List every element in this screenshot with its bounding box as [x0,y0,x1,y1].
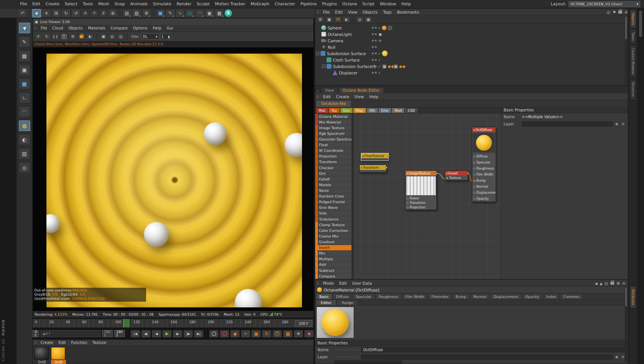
node-type-item[interactable]: Compare [315,273,351,279]
material-picker-button[interactable] [117,33,125,40]
object-row-octanelight[interactable]: OctaneLight ▣ [315,31,628,37]
snap-grid-icon[interactable] [19,162,30,173]
next-frame-button[interactable] [173,330,182,338]
material-slot[interactable]: OctD [34,347,49,364]
clay-mode-button[interactable] [100,33,107,40]
attribute-manager-scrollbar[interactable] [625,287,627,362]
layer-toggle-icon[interactable]: L0 [334,16,342,23]
range-end-field[interactable]: 280 F [102,330,113,337]
node-input-port[interactable]: Normal [472,184,496,190]
node-category-tab[interactable]: Oth [367,108,378,113]
enabled-check-icon[interactable] [378,26,381,30]
uvw-tag-icon[interactable]: ▦ [382,64,387,69]
material-thumbnail[interactable] [34,347,49,360]
node-type-item[interactable]: Float [315,142,351,148]
menu-item[interactable]: Sculpt [194,2,212,6]
workplane-icon[interactable] [19,148,30,159]
material-menu-item[interactable]: Texture [90,341,109,345]
selection-tool-icon[interactable] [19,23,30,33]
render-view-button[interactable] [122,9,131,17]
node-type-item[interactable]: Color Correction [315,228,351,233]
timeline-ruler[interactable]: 020406080100120140160180200220240260280 … [32,319,314,328]
panel-menu-icon[interactable] [622,281,626,285]
output-port[interactable] [436,172,438,174]
pick-object-icon[interactable] [607,10,610,14]
attribute-tab[interactable]: Bump [452,293,470,299]
node-editor-menu-item[interactable]: Create [333,94,352,99]
node-editor-menu-item[interactable]: View [352,94,367,99]
attribute-tab[interactable]: Common [560,293,583,299]
sculpt-pen-icon[interactable] [19,37,30,47]
enabled-check-icon[interactable] [378,71,381,75]
live-viewer-menu-item[interactable]: Materials [85,26,108,30]
render-mode-button[interactable] [86,33,94,40]
attribute-tab[interactable]: Normal [470,293,490,299]
visibility-filter-icon[interactable] [343,16,350,23]
editor-visibility-dot[interactable] [372,52,374,54]
node-type-item[interactable]: Projection [315,154,351,159]
material-menu-item[interactable]: Create [38,341,56,345]
node-category-tab[interactable]: Gen [340,108,353,113]
node-category-tab[interactable]: Ems [379,108,391,113]
render-visibility-dot[interactable] [375,72,377,74]
texture-mode-icon[interactable] [19,65,30,75]
menu-item[interactable]: Motion Tracker [212,2,248,6]
collapse-caret[interactable]: – [322,65,325,68]
menu-item[interactable]: Render [174,2,194,6]
cropped-dropdown[interactable] [334,361,402,364]
node-category-tab[interactable]: Med [392,108,404,113]
preview-range-slider[interactable]: 0 F [40,330,101,337]
object-row-displacer[interactable]: Displacer [315,69,628,76]
editor-visibility-dot[interactable] [372,72,374,74]
attribute-tab[interactable]: Roughness [375,293,402,299]
spline-corner-icon[interactable]: ∟ [19,93,30,103]
coordinate-system-button[interactable] [108,9,117,17]
side-panel-tab[interactable]: Takes [630,29,636,44]
node-type-item[interactable]: Clamp Texture [315,222,351,228]
record-scale-button[interactable]: ▣ [251,330,261,338]
end-frame-field[interactable]: 280 F [114,330,125,337]
channel-dropdown[interactable]: DL [142,34,159,39]
object-menu-item[interactable]: Edit [332,10,345,14]
node-type-item[interactable]: Ridged Fractal [315,199,351,205]
object-manager-scrollbar[interactable] [625,16,627,83]
live-viewer-menu-item[interactable]: Compare [108,26,130,30]
enabled-check-icon[interactable] [378,51,381,56]
phong-tag-icon[interactable] [388,26,392,30]
panel-menu-icon[interactable] [624,10,628,14]
editor-visibility-dot[interactable] [372,40,374,42]
layer-clear-button[interactable]: × [621,122,626,126]
menu-item[interactable]: Create [43,2,62,6]
side-panel-tab[interactable]: Attributes [630,286,636,308]
transform-node[interactable]: Transform [359,165,387,173]
menu-item[interactable]: Help [399,2,413,6]
menu-item[interactable]: Mesh [96,2,112,6]
render-visibility-dot[interactable] [375,40,377,42]
start-frame-field[interactable]: 0 F [32,330,39,337]
menu-item[interactable]: Script [360,2,377,6]
invert-node[interactable]: Invert Texture [445,170,468,180]
attribute-tab[interactable]: Displacement [490,293,521,299]
node-type-item[interactable]: Image Texture [315,125,351,131]
editor-tab[interactable]: View [321,87,338,93]
node-editor-menu-item[interactable]: Help [367,94,381,99]
collapse-caret[interactable]: – [316,52,319,55]
node-type-item[interactable]: Dirt [315,171,351,176]
attribute-tab[interactable]: Filmindex [428,293,452,299]
object-menu-item[interactable]: Tags [380,10,394,14]
attribute-menu-item[interactable]: User Data [350,281,374,285]
menu-item[interactable]: Select [62,2,80,6]
node-input-port[interactable]: Specular [472,159,496,165]
menu-item[interactable]: Pipeline [298,2,319,6]
attribute-menu-item[interactable]: Edit [336,281,349,285]
render-visibility-dot[interactable] [375,33,377,35]
material-tag-icon[interactable] [382,51,388,56]
attribute-tab[interactable]: Opacity [522,293,543,299]
object-row-subdivision-surface[interactable]: – Subdivision Surface [315,50,628,57]
node-type-item[interactable]: Falloff [315,176,351,182]
render-viewport[interactable]: Out-of-core used/max:0Kb/4Gb Grey8/16: 0… [33,47,313,311]
object-menu-item[interactable]: File [320,10,333,14]
render-settings-button[interactable] [142,9,151,17]
search-objects-icon[interactable] [356,16,364,23]
enabled-check-icon[interactable] [378,64,381,69]
